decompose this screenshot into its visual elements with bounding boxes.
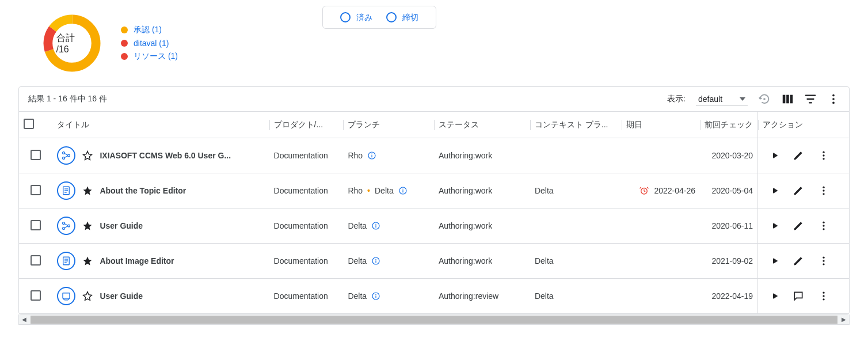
table-row: IXIASOFT CCMS Web 6.0 User G... Document… xyxy=(19,138,849,173)
edit-button[interactable] xyxy=(793,220,804,232)
forward-button[interactable] xyxy=(767,255,779,267)
row-title[interactable]: IXIASOFT CCMS Web 6.0 User G... xyxy=(100,151,231,160)
row-checkbox[interactable] xyxy=(31,290,41,301)
row-product: Documentation xyxy=(269,138,344,173)
forward-button[interactable] xyxy=(767,150,779,161)
row-more-button[interactable] xyxy=(818,290,829,302)
col-branch[interactable]: ブランチ xyxy=(343,112,434,138)
row-product: Documentation xyxy=(269,208,344,244)
star-toggle[interactable] xyxy=(82,221,93,231)
col-title[interactable]: タイトル xyxy=(52,112,269,138)
edit-button[interactable] xyxy=(793,255,804,267)
filter-button[interactable] xyxy=(804,93,817,105)
branch-name: Rho xyxy=(348,151,363,160)
type-icon[interactable] xyxy=(57,181,75,200)
svg-point-46 xyxy=(823,257,824,259)
info-icon[interactable] xyxy=(367,151,376,160)
scroll-thumb[interactable] xyxy=(31,316,837,324)
radio-icon xyxy=(340,12,351,22)
svg-point-51 xyxy=(375,294,376,295)
table-row: About the Topic Editor Documentation Rho… xyxy=(19,173,849,208)
row-title[interactable]: About Image Editor xyxy=(100,256,174,266)
row-title[interactable]: User Guide xyxy=(100,291,143,301)
legend-item[interactable]: ditaval (1) xyxy=(121,39,178,48)
row-product: Documentation xyxy=(269,279,344,314)
row-checkbox[interactable] xyxy=(31,185,41,195)
star-toggle[interactable] xyxy=(82,256,93,266)
svg-point-7 xyxy=(832,94,835,97)
type-icon[interactable] xyxy=(57,252,75,270)
branch-name: Delta xyxy=(348,256,367,266)
forward-button[interactable] xyxy=(767,185,779,196)
svg-point-12 xyxy=(68,154,70,157)
scroll-right-icon[interactable]: ▶ xyxy=(839,314,849,325)
row-checkbox[interactable] xyxy=(31,255,41,266)
info-icon[interactable] xyxy=(371,256,380,266)
row-checkbox[interactable] xyxy=(31,220,41,230)
select-all-checkbox[interactable] xyxy=(24,119,34,129)
row-more-button[interactable] xyxy=(818,255,829,267)
refresh-icon xyxy=(758,93,771,105)
row-product: Documentation xyxy=(269,173,344,208)
table-row: User Guide Documentation Delta Authoring… xyxy=(19,279,849,314)
type-icon[interactable] xyxy=(57,146,75,165)
svg-point-9 xyxy=(832,102,835,104)
forward-button[interactable] xyxy=(767,220,779,232)
row-lastcheck: 2020-06-11 xyxy=(700,208,758,244)
scroll-left-icon[interactable]: ◀ xyxy=(19,314,29,325)
show-dropdown[interactable]: default xyxy=(696,93,748,105)
star-toggle[interactable] xyxy=(82,150,93,161)
edit-button[interactable] xyxy=(793,150,804,161)
svg-point-29 xyxy=(823,193,824,195)
row-title[interactable]: User Guide xyxy=(100,221,143,230)
svg-point-36 xyxy=(823,222,824,223)
row-title[interactable]: About the Topic Editor xyxy=(100,186,186,195)
svg-point-27 xyxy=(823,187,824,188)
filter-pill-deadline[interactable]: 締切 xyxy=(386,12,418,22)
col-lastcheck[interactable]: 前回チェック xyxy=(700,112,758,138)
legend-item[interactable]: 承認 (1) xyxy=(121,25,178,35)
more-button[interactable] xyxy=(827,93,840,105)
row-more-button[interactable] xyxy=(818,220,829,232)
columns-icon xyxy=(781,93,794,105)
edit-button[interactable] xyxy=(793,185,804,196)
row-context: Delta xyxy=(530,244,622,279)
info-icon[interactable] xyxy=(398,186,408,195)
col-product[interactable]: プロダクト/... xyxy=(269,112,344,138)
col-due[interactable]: 期日 xyxy=(622,112,700,138)
row-status: Authoring:work xyxy=(434,244,530,279)
svg-rect-4 xyxy=(783,95,786,104)
type-icon[interactable] xyxy=(57,287,75,305)
row-lastcheck: 2021-09-02 xyxy=(700,244,758,279)
horizontal-scrollbar[interactable]: ◀ ▶ xyxy=(18,314,850,325)
columns-button[interactable] xyxy=(781,93,794,105)
row-status: Authoring:work xyxy=(434,208,530,244)
summary-chart: 合計 /16 承認 (1)ditaval (1)リソース (1) xyxy=(40,12,178,75)
type-icon[interactable] xyxy=(57,217,75,235)
forward-button[interactable] xyxy=(767,290,779,302)
info-icon[interactable] xyxy=(371,221,380,230)
row-status: Authoring:work xyxy=(434,138,530,173)
svg-point-3 xyxy=(763,98,766,100)
results-count: 結果 1 - 16 件中 16 件 xyxy=(28,94,107,104)
legend-item[interactable]: リソース (1) xyxy=(121,51,178,62)
svg-point-53 xyxy=(823,292,824,294)
col-status[interactable]: ステータス xyxy=(434,112,530,138)
row-product: Documentation xyxy=(269,244,344,279)
row-more-button[interactable] xyxy=(818,150,829,161)
branch-name: Rho xyxy=(348,186,363,195)
comment-button[interactable] xyxy=(793,290,804,302)
filter-icon xyxy=(804,93,817,105)
filter-pill-done[interactable]: 済み xyxy=(340,12,372,22)
info-icon[interactable] xyxy=(371,291,380,301)
row-more-button[interactable] xyxy=(818,185,829,196)
legend-dot-icon xyxy=(121,53,128,60)
refresh-button[interactable] xyxy=(758,93,771,105)
star-toggle[interactable] xyxy=(82,291,93,301)
row-checkbox[interactable] xyxy=(31,150,41,160)
col-context[interactable]: コンテキスト ブラ... xyxy=(530,112,622,138)
row-context xyxy=(530,138,622,173)
row-context: Delta xyxy=(530,279,622,314)
branch-separator-icon: • xyxy=(367,186,370,195)
star-toggle[interactable] xyxy=(82,185,93,196)
